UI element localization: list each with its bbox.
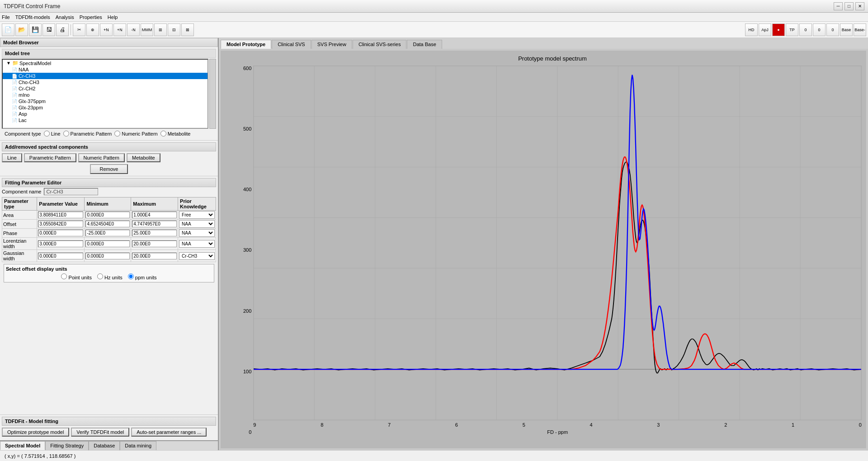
toolbar-more3[interactable]: +N	[113, 24, 126, 36]
param-prior-phase[interactable]: FreeNAACr-CH3	[179, 229, 215, 237]
param-value-gaussian[interactable]	[38, 253, 83, 259]
tree-item-naa[interactable]: 📄 NAA	[3, 66, 208, 73]
toolbar-r3[interactable]: ●	[772, 24, 785, 36]
tree-item-crch3[interactable]: 📄 Cr-CH3	[3, 73, 208, 79]
tree-item-glx375[interactable]: 📄 Glx-375ppm	[3, 98, 208, 104]
add-numeric-button[interactable]: Numeric Pattern	[78, 153, 125, 162]
toolbar-b3[interactable]: ⊠	[181, 24, 194, 36]
param-value-area[interactable]	[38, 212, 83, 218]
radio-line-input[interactable]	[44, 131, 50, 136]
param-value-lorentzian[interactable]	[38, 240, 83, 247]
tree-item-glx23[interactable]: 📄 Glx-23ppm	[3, 104, 208, 111]
tab-spectral-model[interactable]: Spectral Model	[0, 441, 45, 450]
toolbar-r8[interactable]: Base	[840, 24, 853, 36]
toolbar-r1[interactable]: HD	[745, 24, 758, 36]
chart-tab-prototype[interactable]: Model Prototype	[221, 40, 271, 49]
radio-metabolite-input[interactable]	[160, 131, 166, 136]
tab-database[interactable]: Database	[89, 441, 120, 450]
param-prior-gaussian[interactable]: FreeNAACr-CH3	[179, 252, 215, 260]
offset-ppm-input[interactable]	[128, 273, 134, 279]
toolbar-more2[interactable]: +N	[100, 24, 113, 36]
maximize-button[interactable]: □	[844, 2, 854, 10]
tree-label-asp: Asp	[19, 111, 27, 117]
radio-line[interactable]: Line	[44, 131, 61, 136]
tree-item-asp[interactable]: 📄 Asp	[3, 111, 208, 117]
offset-ppm[interactable]: ppm units	[128, 273, 157, 280]
chart-tab-svs-preview[interactable]: SVS Preview	[311, 40, 352, 49]
offset-point[interactable]: Point units	[61, 273, 91, 280]
close-button[interactable]: ✕	[855, 2, 864, 10]
add-line-button[interactable]: Line	[2, 153, 22, 162]
param-min-offset[interactable]	[85, 221, 130, 227]
param-table: Parameter type Parameter Value Minimum M…	[2, 197, 216, 262]
radio-numeric-input[interactable]	[114, 131, 120, 136]
toolbar-r6[interactable]: 0	[813, 24, 826, 36]
toolbar-cut[interactable]: ✂	[73, 24, 85, 36]
toolbar-b2[interactable]: ⊟	[168, 24, 180, 36]
verify-button[interactable]: Verify TDFDFit model	[71, 428, 129, 437]
param-max-phase[interactable]	[132, 230, 177, 236]
menu-properties[interactable]: Properties	[80, 14, 102, 20]
param-min-gaussian[interactable]	[85, 253, 130, 259]
param-min-phase[interactable]	[85, 230, 130, 236]
tree-item-crch2[interactable]: 📄 Cr-CH2	[3, 85, 208, 92]
param-min-lorentzian[interactable]	[85, 240, 130, 247]
chart-tab-clinical-svs[interactable]: Clinical SVS	[272, 40, 311, 49]
toolbar-saveas[interactable]: 🖫	[42, 24, 55, 36]
radio-parametric-input[interactable]	[63, 131, 69, 136]
tree-item-spectralmodel[interactable]: ▼ 📁 SpectralModel	[3, 60, 208, 66]
toolbar-r4[interactable]: TP	[786, 24, 798, 36]
tab-data-mining[interactable]: Data mining	[120, 441, 156, 450]
toolbar-print[interactable]: 🖨	[56, 24, 69, 36]
toolbar-more4[interactable]: -N	[127, 24, 140, 36]
offset-title: Select offset display units	[6, 266, 212, 272]
component-type-label: Component type	[5, 131, 41, 136]
toolbar-save[interactable]: 💾	[29, 24, 42, 36]
toolbar-b1[interactable]: ⊞	[154, 24, 167, 36]
param-max-lorentzian[interactable]	[132, 240, 177, 247]
toolbar-mmm[interactable]: MMM	[141, 24, 153, 36]
toolbar-more1[interactable]: ⊕	[86, 24, 99, 36]
offset-hz-input[interactable]	[97, 273, 103, 279]
add-parametric-button[interactable]: Parametric Pattern	[24, 153, 76, 162]
chart-tab-clinical-svs-series[interactable]: Clinical SVS-series	[353, 40, 407, 49]
add-metabolite-button[interactable]: Metabolite	[127, 153, 160, 162]
toolbar-r2[interactable]: ApJ	[759, 24, 771, 36]
chart-tab-database[interactable]: Data Base	[407, 40, 442, 49]
menu-file[interactable]: File	[2, 14, 10, 20]
menu-help[interactable]: Help	[108, 14, 118, 20]
param-prior-lorentzian[interactable]: FreeNAACr-CH3	[179, 240, 215, 248]
offset-hz[interactable]: Hz units	[97, 273, 123, 280]
tree-item-mino[interactable]: 📄 mIno	[3, 92, 208, 98]
toolbar-r7[interactable]: 0	[826, 24, 839, 36]
optimize-button[interactable]: Optimize prototype model	[2, 428, 69, 437]
toolbar-r5[interactable]: 0	[799, 24, 812, 36]
tree-scrollbar[interactable]	[209, 59, 216, 129]
model-tree[interactable]: ▼ 📁 SpectralModel 📄 NAA 📄 Cr-CH3 📄	[2, 59, 208, 129]
param-value-phase[interactable]	[38, 230, 83, 236]
toolbar-open[interactable]: 📂	[15, 24, 28, 36]
minimize-button[interactable]: ─	[834, 2, 843, 10]
param-value-offset[interactable]	[38, 221, 83, 227]
toolbar-r9[interactable]: Base-	[854, 24, 866, 36]
param-prior-area[interactable]: FreeNAACr-CH3	[179, 211, 215, 219]
menu-analysis[interactable]: Analysis	[56, 14, 74, 20]
radio-metabolite[interactable]: Metabolite	[160, 131, 191, 136]
radio-numeric[interactable]: Numeric Pattern	[114, 131, 157, 136]
y-tick-300: 300	[243, 247, 251, 253]
titlebar: TDFDFit Control Frame ─ □ ✕	[0, 0, 868, 13]
param-min-area[interactable]	[85, 212, 130, 218]
remove-button[interactable]: Remove	[90, 164, 128, 174]
param-max-gaussian[interactable]	[132, 253, 177, 259]
param-max-area[interactable]	[132, 212, 177, 218]
tree-item-choch3[interactable]: 📄 Cho-CH3	[3, 79, 208, 85]
radio-parametric[interactable]: Parametric Pattern	[63, 131, 112, 136]
param-prior-offset[interactable]: FreeNAACr-CH3	[179, 220, 215, 228]
toolbar-new[interactable]: 📄	[2, 24, 14, 36]
menu-tdfdfitmodels[interactable]: TDFDfit-models	[15, 14, 50, 20]
offset-point-input[interactable]	[61, 273, 67, 279]
tree-item-lac[interactable]: 📄 Lac	[3, 117, 208, 123]
param-max-offset[interactable]	[132, 221, 177, 227]
tab-fitting-strategy[interactable]: Fitting Strategy	[45, 441, 89, 450]
autoset-button[interactable]: Auto-set parameter ranges ...	[131, 428, 207, 437]
